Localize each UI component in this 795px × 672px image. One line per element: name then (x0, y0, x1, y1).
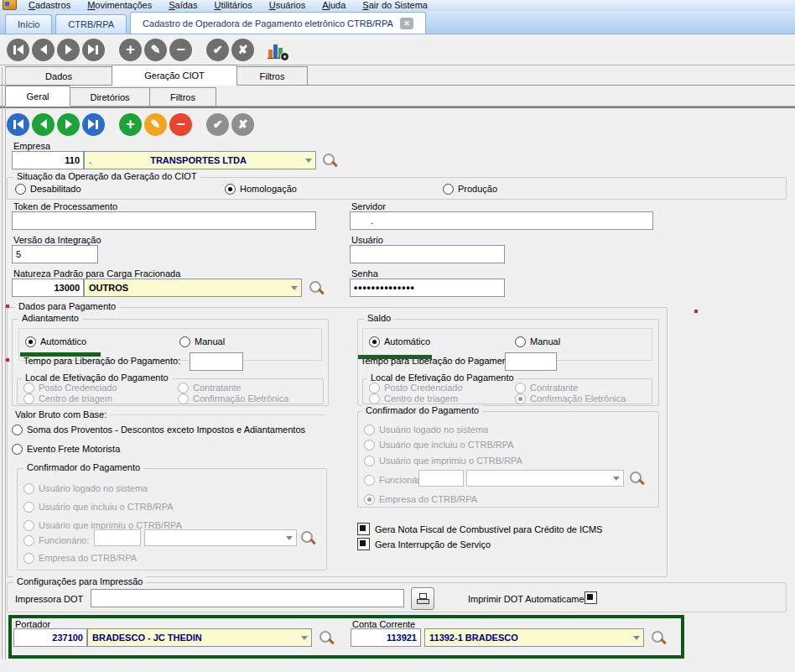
window-tab-cadastro-operadora[interactable]: Cadastro de Operadora de Pagamento eletr… (130, 12, 426, 34)
token-input[interactable] (12, 211, 316, 230)
servidor-label: Servidor (351, 201, 386, 211)
chevron-down-icon (633, 636, 640, 640)
sal-funcionario-search-icon[interactable] (629, 471, 646, 487)
conta-combo[interactable]: 11392-1 BRADESCO (424, 628, 644, 647)
natureza-combo[interactable]: OUTROS (84, 279, 302, 297)
previous-record-button-2[interactable] (32, 113, 55, 136)
cancel-button[interactable]: ✘ (231, 39, 254, 61)
adiantamento-tempo-label: Tempo para Liberação do Pagamento: (23, 356, 180, 366)
record-toolbar: + ✎ − ✔ ✘ (0, 109, 795, 139)
tab-diretorios[interactable]: Diretórios (70, 87, 150, 106)
tab-filtros[interactable]: Filtros (236, 66, 308, 85)
radio-icon (23, 383, 34, 393)
valor-bruto-line (109, 414, 325, 415)
adiantamento-tempo-input[interactable] (190, 352, 243, 371)
radio-sal-confirmacao-eletronica: Confirmação Eletrônica (515, 393, 626, 404)
empresa-search-icon[interactable] (322, 153, 339, 169)
portador-search-icon[interactable] (319, 630, 335, 647)
radio-saldo-automatico[interactable]: Automático (369, 336, 430, 347)
adi-funcionario-search-icon[interactable] (300, 530, 317, 547)
edit-button-2[interactable]: ✎ (144, 113, 167, 136)
delete-button-2[interactable]: − (169, 113, 192, 136)
menu-saidas[interactable]: Saídas (160, 0, 205, 11)
conta-code-input[interactable] (351, 628, 421, 647)
last-record-button[interactable] (82, 39, 105, 61)
check-icon: ✔ (213, 44, 223, 55)
tab-label: CTRB/RPA (68, 19, 114, 29)
radio-adiantamento-manual[interactable]: Manual (179, 336, 225, 347)
empresa-code-input[interactable] (12, 151, 84, 169)
menu-sair[interactable]: Sair do Sistema (354, 0, 436, 11)
radio-saldo-manual[interactable]: Manual (515, 336, 560, 347)
tab-geral[interactable]: Geral (5, 86, 70, 107)
portador-code-input[interactable] (13, 628, 87, 647)
first-record-button-2[interactable] (7, 113, 29, 136)
close-icon[interactable]: ✕ (400, 18, 413, 29)
next-record-button[interactable] (57, 39, 80, 61)
previous-record-button[interactable] (32, 39, 55, 61)
panel-edge-line (5, 67, 6, 659)
radio-adiantamento-automatico[interactable]: Automático (25, 336, 86, 347)
edit-button[interactable]: ✎ (144, 39, 167, 61)
first-record-button[interactable] (7, 39, 29, 61)
menu-usuarios[interactable]: Usuários (261, 0, 314, 11)
panel-edge-line (2, 67, 3, 659)
app-window: Cadastros Movimentações Saídas Utilitári… (0, 0, 795, 672)
cancel-button-2[interactable]: ✘ (231, 113, 254, 136)
radio-label: Posto Credenciado (384, 383, 463, 393)
conta-search-icon[interactable] (651, 630, 668, 647)
servidor-input[interactable] (350, 211, 653, 230)
radio-homologacao[interactable]: Homologação (225, 183, 297, 195)
x-icon: ✘ (238, 44, 248, 55)
natureza-code-input[interactable] (12, 279, 84, 297)
confirm-button[interactable]: ✔ (206, 39, 229, 61)
impressora-dot-input[interactable] (91, 589, 404, 607)
checkbox-gera-nota-fiscal[interactable]: Gera Nota Fiscal de Combustível para Cré… (357, 523, 602, 535)
first-record-icon (13, 45, 16, 55)
tab-geracao-ciot[interactable]: Geração CIOT (112, 65, 237, 86)
radio-soma-proventos[interactable]: Soma dos Proventos - Descontos exceto Im… (12, 424, 305, 435)
window-tab-inicio[interactable]: Início (5, 14, 52, 34)
menu-bar: Cadastros Movimentações Saídas Utilitári… (0, 0, 795, 11)
add-button-2[interactable]: + (119, 113, 142, 136)
radio-producao[interactable]: Produção (443, 183, 497, 195)
tab-filtros-sub[interactable]: Filtros (149, 87, 216, 106)
delete-button[interactable]: − (169, 39, 192, 61)
checkbox-imprimir-dot[interactable] (585, 591, 597, 604)
adiantamento-label: Adiantamento (18, 313, 82, 323)
menu-movimentacoes[interactable]: Movimentações (79, 0, 160, 11)
natureza-search-icon[interactable] (309, 280, 325, 297)
radio-desabilitado[interactable]: Desabilitado (15, 183, 81, 195)
confirm-button-2[interactable]: ✔ (206, 113, 229, 136)
printer-button[interactable] (411, 587, 434, 610)
portador-combo[interactable]: BRADESCO - JC THEDIN (87, 628, 312, 647)
versao-input[interactable] (12, 245, 98, 263)
radio-icon (515, 383, 526, 393)
radio-icon (23, 535, 34, 546)
radio-label: Usuário logado no sistema (39, 483, 148, 493)
senha-input[interactable] (350, 279, 505, 297)
radio-evento-frete[interactable]: Evento Frete Motorista (12, 443, 120, 455)
radio-icon (23, 393, 34, 404)
menu-cadastros[interactable]: Cadastros (20, 0, 79, 11)
next-record-button-2[interactable] (57, 113, 80, 136)
radio-icon (364, 456, 375, 466)
checkbox-gera-interrupcao[interactable]: Gera Interrupção de Serviço (357, 538, 491, 550)
dados-pagamento-label: Dados para Pagamento (15, 301, 119, 311)
radio-sal-centro-triagem: Centro de triagem (369, 393, 458, 404)
radio-icon-selected (25, 336, 36, 347)
radio-label: Confirmação Eletrônica (193, 393, 288, 404)
window-tab-ctrb-rpa[interactable]: CTRB/RPA (55, 14, 127, 34)
menu-utilitarios[interactable]: Utilitários (205, 0, 260, 11)
tab-dados[interactable]: Dados (5, 66, 112, 85)
usuario-input[interactable] (350, 245, 505, 263)
menu-ajuda[interactable]: Ajuda (314, 0, 354, 11)
radio-icon (23, 502, 34, 513)
last-record-button-2[interactable] (82, 113, 105, 136)
last-record-icon (96, 45, 98, 55)
add-button[interactable]: + (119, 39, 142, 61)
empresa-combo[interactable]: . TRANSPORTES LTDA (84, 151, 316, 169)
tab-label: Dados (45, 71, 72, 81)
chart-settings-button[interactable] (267, 39, 288, 60)
saldo-tempo-input[interactable] (505, 352, 557, 371)
